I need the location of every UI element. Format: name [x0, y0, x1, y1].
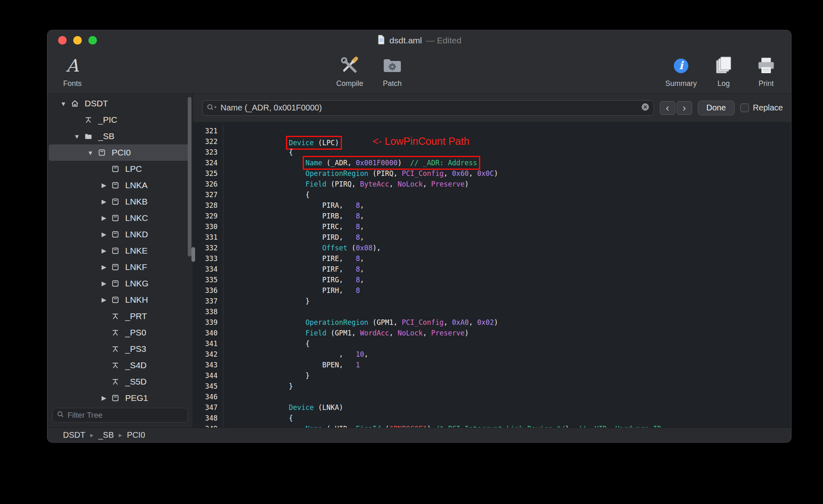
breadcrumb-item[interactable]: DSDT: [63, 430, 85, 440]
code-line[interactable]: 338: [193, 306, 791, 317]
code-area[interactable]: 321322 Device (LPC) <- LowPinCount Path3…: [193, 126, 791, 428]
clear-search-icon[interactable]: [641, 103, 650, 113]
chevron-right-icon[interactable]: ▶: [97, 231, 111, 238]
sidebar-item-_S5D[interactable]: _S5D: [49, 374, 191, 390]
code-content[interactable]: Device (LPC) <- LowPinCount Path: [223, 136, 470, 147]
sidebar-item-_PS0[interactable]: _PS0: [49, 324, 191, 341]
chevron-right-icon[interactable]: ▶: [97, 394, 111, 402]
filter-tree-field[interactable]: [52, 408, 188, 423]
breadcrumb-item[interactable]: PCI0: [127, 430, 145, 440]
close-button[interactable]: [58, 36, 67, 45]
code-content[interactable]: PIRD, 8,: [223, 232, 364, 243]
splitter-handle[interactable]: [191, 247, 195, 262]
code-content[interactable]: PIRH, 8: [223, 285, 360, 296]
filter-tree-input[interactable]: [67, 411, 183, 420]
code-content[interactable]: {: [223, 147, 293, 158]
code-content[interactable]: OperationRegion (PIRQ, PCI_Config, 0x60,…: [223, 168, 498, 179]
code-line[interactable]: 330 PIRC, 8,: [193, 221, 791, 232]
chevron-right-icon[interactable]: ▶: [97, 296, 111, 304]
code-line[interactable]: 334 PIRF, 8,: [193, 264, 791, 274]
code-line[interactable]: 325 OperationRegion (PIRQ, PCI_Config, 0…: [193, 168, 791, 179]
code-line[interactable]: 345 }: [193, 381, 791, 392]
fonts-button[interactable]: A Fonts: [56, 54, 88, 88]
breadcrumb-item[interactable]: _SB: [98, 430, 114, 440]
compile-button[interactable]: Compile: [334, 54, 366, 88]
code-content[interactable]: {: [223, 338, 310, 349]
summary-button[interactable]: i Summary: [665, 54, 697, 88]
sidebar-item-LNKA[interactable]: ▶LNKA: [49, 177, 191, 194]
sidebar-item-_PS3[interactable]: _PS3: [49, 341, 191, 357]
code-content[interactable]: Device (LNKA): [223, 402, 343, 413]
chevron-right-icon[interactable]: ▶: [97, 182, 111, 189]
code-content[interactable]: Name (_HID, EisaId ("PNP0C0F") /* PCI In…: [223, 423, 661, 428]
find-next-button[interactable]: ›: [677, 101, 692, 115]
search-input[interactable]: [220, 103, 638, 112]
find-previous-button[interactable]: ‹: [660, 101, 675, 115]
log-button[interactable]: Log: [708, 54, 740, 88]
code-content[interactable]: Name (_ADR, 0x001F0000) // _ADR: Address: [223, 158, 477, 168]
code-content[interactable]: PIRB, 8,: [223, 211, 364, 221]
done-button[interactable]: Done: [698, 101, 735, 115]
sidebar-item-LNKD[interactable]: ▶LNKD: [49, 226, 191, 243]
sidebar-item-_S4D[interactable]: _S4D: [49, 357, 191, 374]
code-content[interactable]: [223, 126, 255, 136]
code-line[interactable]: 322 Device (LPC) <- LowPinCount Path: [193, 136, 791, 147]
code-content[interactable]: PIRA, 8,: [223, 200, 364, 211]
code-line[interactable]: 328 PIRA, 8,: [193, 200, 791, 211]
code-content[interactable]: PIRF, 8,: [223, 264, 364, 274]
code-content[interactable]: {: [223, 413, 293, 423]
sidebar-item-_PRT[interactable]: _PRT: [49, 308, 191, 324]
code-content[interactable]: OperationRegion (GPM1, PCI_Config, 0xA0,…: [223, 317, 498, 328]
sidebar-item-LNKH[interactable]: ▶LNKH: [49, 292, 191, 308]
zoom-button[interactable]: [88, 36, 97, 45]
code-content[interactable]: Field (PIRQ, ByteAcc, NoLock, Preserve): [223, 179, 469, 189]
code-line[interactable]: 333 PIRE, 8,: [193, 253, 791, 264]
sidebar-item-PCI0[interactable]: ▼PCI0: [49, 144, 191, 161]
sidebar-item-LNKB[interactable]: ▶LNKB: [49, 194, 191, 210]
code-line[interactable]: 342 , 10,: [193, 349, 791, 360]
code-content[interactable]: Offset (0x08),: [223, 243, 381, 253]
code-line[interactable]: 348 {: [193, 413, 791, 423]
code-line[interactable]: 339 OperationRegion (GPM1, PCI_Config, 0…: [193, 317, 791, 328]
chevron-down-icon[interactable]: ▼: [56, 100, 71, 107]
code-line[interactable]: 327 {: [193, 189, 791, 200]
code-content[interactable]: PIRE, 8,: [223, 253, 364, 264]
chevron-down-icon[interactable]: ▼: [70, 133, 84, 140]
replace-toggle[interactable]: Replace: [740, 103, 783, 112]
code-line[interactable]: 332 Offset (0x08),: [193, 243, 791, 253]
code-line[interactable]: 341 {: [193, 338, 791, 349]
sidebar-scrollbar[interactable]: [188, 97, 191, 256]
sidebar-item-LNKG[interactable]: ▶LNKG: [49, 275, 191, 292]
code-content[interactable]: }: [223, 370, 310, 381]
code-content[interactable]: , 10,: [223, 349, 368, 360]
sidebar-item-LNKC[interactable]: ▶LNKC: [49, 210, 191, 226]
code-content[interactable]: [223, 392, 255, 402]
chevron-right-icon[interactable]: ▶: [97, 247, 111, 254]
sidebar-item-LNKE[interactable]: ▶LNKE: [49, 243, 191, 259]
code-line[interactable]: 346: [193, 392, 791, 402]
sidebar-item-LNKF[interactable]: ▶LNKF: [49, 259, 191, 275]
code-content[interactable]: Field (GPM1, WordAcc, NoLock, Preserve): [223, 328, 469, 338]
patch-button[interactable]: Patch: [376, 54, 408, 88]
editor[interactable]: 321322 Device (LPC) <- LowPinCount Path3…: [193, 122, 791, 428]
code-content[interactable]: {: [223, 189, 310, 200]
code-content[interactable]: }: [223, 381, 293, 392]
code-line[interactable]: 344 }: [193, 370, 791, 381]
code-line[interactable]: 337 }: [193, 296, 791, 306]
code-line[interactable]: 349 Name (_HID, EisaId ("PNP0C0F") /* PC…: [193, 423, 791, 428]
chevron-right-icon[interactable]: ▶: [97, 214, 111, 222]
chevron-right-icon[interactable]: ▶: [97, 280, 111, 287]
code-content[interactable]: PIRC, 8,: [223, 221, 364, 232]
chevron-right-icon[interactable]: ▶: [97, 263, 111, 271]
sidebar-item-_PIC[interactable]: _PIC: [49, 112, 191, 128]
code-line[interactable]: 329 PIRB, 8,: [193, 211, 791, 221]
code-content[interactable]: }: [223, 296, 310, 306]
code-line[interactable]: 326 Field (PIRQ, ByteAcc, NoLock, Preser…: [193, 179, 791, 189]
code-content[interactable]: [223, 306, 255, 317]
print-button[interactable]: Print: [750, 54, 782, 88]
code-line[interactable]: 331 PIRD, 8,: [193, 232, 791, 243]
code-line[interactable]: 321: [193, 126, 791, 136]
chevron-right-icon[interactable]: ▶: [97, 198, 111, 205]
minimize-button[interactable]: [73, 36, 82, 45]
code-line[interactable]: 340 Field (GPM1, WordAcc, NoLock, Preser…: [193, 328, 791, 338]
